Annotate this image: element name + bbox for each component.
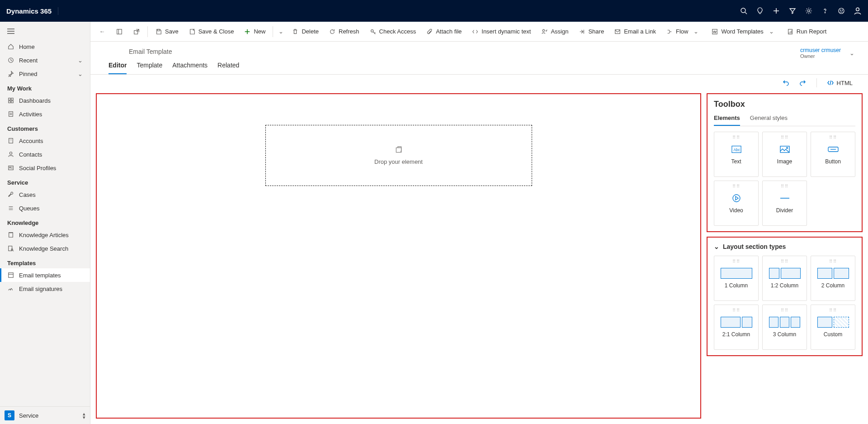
building-icon [7, 137, 14, 144]
flow-button[interactable]: Flow⌄ [661, 25, 706, 38]
nav-knowledge-articles[interactable]: Knowledge Articles [0, 228, 90, 242]
chevron-down-icon[interactable]: ⌄ [849, 50, 854, 57]
plus-icon[interactable] [772, 7, 780, 15]
save-button[interactable]: Save [151, 25, 183, 38]
app-switcher[interactable]: S Service ▴▾ [0, 406, 90, 424]
search-icon[interactable] [740, 7, 748, 15]
attach-file-button[interactable]: Attach file [421, 25, 466, 38]
owner-link[interactable]: crmuser crmuser [800, 47, 841, 53]
nav-accounts[interactable]: Accounts [0, 134, 90, 148]
toolbox-title: Toolbox [714, 100, 855, 109]
tab-template[interactable]: Template [137, 62, 162, 74]
nav-cases[interactable]: Cases [0, 188, 90, 201]
back-button[interactable]: ← [94, 25, 110, 38]
nav-label: Contacts [19, 151, 42, 158]
lightbulb-icon[interactable] [756, 7, 764, 15]
nav-email-templates[interactable]: Email templates [0, 268, 90, 282]
assign-icon [541, 28, 548, 35]
email-link-button[interactable]: Email a Link [609, 25, 660, 38]
layout-section-toggle[interactable]: ⌄Layout section types [714, 243, 855, 250]
nav-contacts[interactable]: Contacts [0, 148, 90, 161]
layout-2column[interactable]: ⠿⠿2 Column [811, 256, 855, 301]
gear-icon[interactable] [805, 7, 813, 15]
chevron-down-icon: ⌄ [78, 57, 83, 64]
share-button[interactable]: Share [574, 25, 609, 38]
toolbox-tab-elements[interactable]: Elements [714, 114, 740, 126]
nav-knowledge-search[interactable]: Knowledge Search [0, 242, 90, 255]
tile-label: Button [825, 158, 841, 165]
id-icon [7, 164, 14, 172]
list-icon [7, 205, 14, 212]
person-icon[interactable] [854, 7, 862, 15]
layout-custom[interactable]: ⠿⠿Custom [811, 305, 855, 350]
tab-attachments[interactable]: Attachments [172, 62, 208, 74]
save-close-button[interactable]: Save & Close [184, 25, 239, 38]
insert-dynamic-text-button[interactable]: Insert dynamic text [467, 25, 535, 38]
smile-icon[interactable] [837, 7, 845, 15]
filter-icon[interactable] [788, 7, 797, 15]
nav-socialprofiles[interactable]: Social Profiles [0, 161, 90, 175]
pin-icon [7, 70, 14, 77]
share-icon [578, 28, 585, 35]
nav-dashboards[interactable]: Dashboards [0, 94, 90, 107]
chevron-down-icon[interactable]: ⌄ [276, 28, 286, 35]
drop-zone[interactable]: Drop your element [265, 125, 532, 186]
nav-pinned[interactable]: Pinned ⌄ [0, 67, 90, 81]
redo-button[interactable] [797, 77, 809, 88]
updown-icon[interactable]: ▴▾ [83, 412, 85, 419]
layout-3column[interactable]: ⠿⠿3 Column [762, 305, 807, 350]
assign-button[interactable]: Assign [536, 25, 573, 38]
layout-12column[interactable]: ⠿⠿1:2 Column [762, 256, 807, 301]
key-icon [369, 28, 377, 35]
hamburger-button[interactable] [0, 26, 90, 40]
cmd-label: Check Access [379, 28, 416, 35]
svg-point-10 [856, 8, 859, 11]
cmd-label: Word Templates [721, 28, 763, 35]
nav-label: Accounts [19, 138, 43, 144]
tile-button[interactable]: ⠿⠿Button [811, 132, 855, 177]
new-button[interactable]: New [239, 25, 270, 38]
record-title: Email Template [129, 48, 854, 55]
tile-image[interactable]: ⠿⠿Image [762, 132, 807, 177]
cmd-label: Save [165, 28, 179, 35]
grip-icon: ⠿⠿ [829, 308, 837, 313]
nav-queues[interactable]: Queues [0, 201, 90, 215]
toolbox-tab-styles[interactable]: General styles [750, 114, 788, 126]
run-report-button[interactable]: Run Report [782, 25, 831, 38]
svg-rect-28 [117, 29, 122, 34]
tile-label: 1 Column [725, 282, 748, 289]
divider-icon [779, 193, 790, 204]
tile-label: Text [731, 158, 741, 165]
svg-rect-27 [9, 273, 14, 278]
nav-label: Email signatures [19, 286, 62, 292]
grip-icon: ⠿⠿ [781, 259, 789, 264]
flow-icon [666, 28, 673, 35]
undo-button[interactable] [779, 77, 792, 88]
tile-text[interactable]: ⠿⠿AbcText [714, 132, 759, 177]
check-access-button[interactable]: Check Access [365, 25, 421, 38]
section-templates: Templates [0, 255, 90, 268]
panel-button[interactable] [111, 25, 127, 38]
tile-divider[interactable]: ⠿⠿Divider [762, 181, 807, 226]
nav-activities[interactable]: Activities [0, 107, 90, 121]
svg-point-5 [808, 10, 810, 12]
editor-canvas[interactable]: Drop your element [96, 93, 701, 419]
delete-button[interactable]: Delete [287, 25, 323, 38]
refresh-button[interactable]: Refresh [324, 25, 364, 38]
nav-recent[interactable]: Recent ⌄ [0, 53, 90, 67]
brand-label: Dynamics 365 [6, 7, 58, 15]
layout-1column[interactable]: ⠿⠿1 Column [714, 256, 759, 301]
nav-email-signatures[interactable]: Email signatures [0, 282, 90, 295]
help-icon[interactable] [821, 7, 829, 15]
layout-21column[interactable]: ⠿⠿2:1 Column [714, 305, 759, 350]
layout-panel: ⌄Layout section types ⠿⠿1 Column ⠿⠿1:2 C… [707, 237, 863, 356]
html-button[interactable]: HTML [824, 77, 855, 88]
tile-video[interactable]: ⠿⠿Video [714, 181, 759, 226]
popout-button[interactable] [128, 25, 145, 38]
tab-editor[interactable]: Editor [108, 62, 127, 74]
word-templates-button[interactable]: Word Templates⌄ [707, 25, 781, 38]
tab-related[interactable]: Related [217, 62, 239, 74]
button-icon [828, 144, 839, 155]
nav-home[interactable]: Home [0, 40, 90, 53]
trash-icon [292, 28, 299, 35]
